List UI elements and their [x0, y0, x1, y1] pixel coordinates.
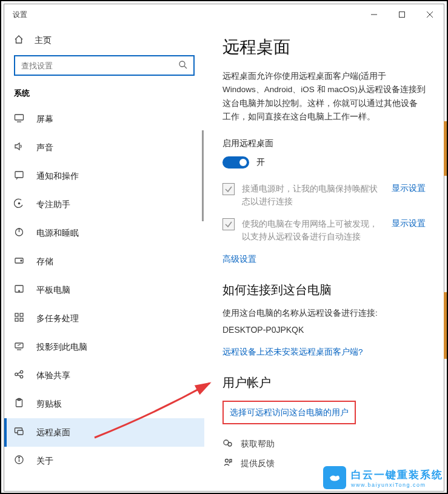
enable-toggle[interactable] [222, 156, 249, 169]
device-name: DESKTOP-P0JPKQK [222, 325, 426, 335]
advanced-settings-link[interactable]: 高级设置 [222, 255, 256, 264]
notifications-icon [14, 170, 24, 182]
sidebar-item-project[interactable]: 投影到此电脑 [4, 333, 204, 361]
sidebar-group-label: 系统 [4, 88, 204, 105]
tablet-icon [14, 284, 24, 296]
project-icon [14, 341, 24, 353]
svg-point-22 [20, 370, 22, 373]
svg-point-32 [19, 457, 20, 458]
sidebar-item-shared[interactable]: 体验共享 [4, 361, 204, 390]
no-client-link[interactable]: 远程设备上还未安装远程桌面客户端? [222, 347, 426, 358]
sidebar-item-power[interactable]: 电源和睡眠 [4, 219, 204, 247]
watermark: 白云一键重装系统 www.baiyunxiTong.com [323, 466, 443, 489]
storage-icon [14, 255, 24, 268]
svg-point-21 [15, 373, 18, 375]
checkbox-discoverable[interactable] [222, 218, 235, 230]
sidebar: 主页 系统 屏幕 [4, 25, 204, 491]
settings-window: 设置 主页 [4, 4, 444, 492]
svg-rect-18 [15, 318, 18, 321]
multitask-icon [14, 312, 24, 325]
window-title: 设置 [13, 10, 27, 20]
checkbox-keep-awake[interactable] [222, 183, 235, 195]
main-content: 远程桌面 远程桌面允许你使用远程桌面客户端(适用于 Windows、Androi… [204, 25, 444, 491]
highlight-box: 选择可远程访问这台电脑的用户 [222, 401, 356, 424]
select-users-link[interactable]: 选择可远程访问这台电脑的用户 [230, 408, 349, 417]
svg-rect-29 [18, 430, 23, 435]
watermark-logo [323, 466, 346, 489]
home-label: 主页 [35, 35, 52, 46]
watermark-url: www.baiyunxiTong.com [351, 482, 426, 488]
svg-line-5 [184, 66, 187, 68]
display-icon [14, 113, 24, 125]
svg-point-15 [19, 290, 20, 292]
sidebar-item-tablet[interactable]: 平板电脑 [4, 276, 204, 304]
svg-rect-16 [15, 313, 18, 316]
search-icon [178, 60, 187, 72]
sidebar-item-about[interactable]: 关于 [4, 447, 204, 475]
page-description: 远程桌面允许你使用远程桌面客户端(适用于 Windows、Android、iOS… [222, 70, 426, 124]
sidebar-item-multitask[interactable]: 多任务处理 [4, 304, 204, 333]
svg-rect-17 [20, 313, 23, 316]
edge-decoration [444, 292, 447, 359]
edge-decoration [444, 121, 447, 176]
accounts-section-title: 用户帐户 [222, 375, 426, 391]
home-icon [14, 35, 24, 47]
svg-point-34 [228, 442, 232, 446]
feedback-icon [222, 457, 233, 470]
close-button[interactable] [416, 4, 444, 25]
help-icon [222, 438, 233, 451]
svg-point-23 [20, 375, 22, 378]
home-nav[interactable]: 主页 [4, 31, 204, 55]
focus-icon [14, 198, 24, 211]
toggle-state: 开 [256, 157, 265, 168]
show-settings-link-1[interactable]: 显示设置 [392, 183, 426, 194]
svg-rect-19 [20, 318, 23, 321]
maximize-button[interactable] [388, 4, 416, 25]
svg-rect-1 [400, 12, 405, 18]
enable-label: 启用远程桌面 [222, 138, 426, 149]
sidebar-item-storage[interactable]: 存储 [4, 247, 204, 276]
sidebar-item-notifications[interactable]: 通知和操作 [4, 162, 204, 190]
svg-rect-6 [15, 115, 24, 120]
minimize-button[interactable] [360, 4, 388, 25]
connect-desc: 使用这台电脑的名称从远程设备进行连接: [222, 308, 426, 319]
svg-rect-8 [15, 172, 23, 178]
svg-line-24 [18, 372, 21, 373]
sidebar-item-clipboard[interactable]: 剪贴板 [4, 390, 204, 418]
clipboard-icon [14, 398, 24, 410]
about-icon [14, 455, 24, 467]
svg-point-35 [226, 459, 229, 462]
sidebar-scrollbar[interactable] [202, 130, 204, 221]
svg-point-13 [21, 260, 22, 261]
title-bar: 设置 [4, 4, 444, 25]
get-help-row[interactable]: 获取帮助 [222, 438, 426, 451]
sidebar-nav-list: 屏幕 声音 通知和操作 专注助手 [4, 105, 204, 491]
svg-line-25 [18, 375, 21, 376]
shared-icon [14, 369, 24, 382]
svg-rect-20 [15, 343, 23, 348]
sidebar-item-display[interactable]: 屏幕 [4, 105, 204, 133]
remote-desktop-icon [14, 426, 24, 439]
watermark-text: 白云一键重装系统 [351, 468, 443, 482]
power-icon [14, 227, 24, 239]
sidebar-item-remote-desktop[interactable]: 远程桌面 [4, 418, 204, 447]
svg-point-9 [18, 202, 19, 204]
show-settings-link-2[interactable]: 显示设置 [392, 218, 426, 229]
sidebar-item-focus[interactable]: 专注助手 [4, 190, 204, 219]
page-title: 远程桌面 [222, 36, 426, 59]
search-box[interactable] [14, 55, 195, 76]
sidebar-item-sound[interactable]: 声音 [4, 133, 204, 162]
sound-icon [14, 141, 24, 154]
search-input[interactable] [21, 61, 178, 70]
option-discoverable: 使我的电脑在专用网络上可被发现，以支持从远程设备进行自动连接 [242, 218, 384, 244]
svg-point-4 [179, 61, 185, 67]
connect-section-title: 如何连接到这台电脑 [222, 282, 426, 298]
option-keep-awake: 接通电源时，让我的电脑保持唤醒状态以进行连接 [242, 183, 384, 209]
